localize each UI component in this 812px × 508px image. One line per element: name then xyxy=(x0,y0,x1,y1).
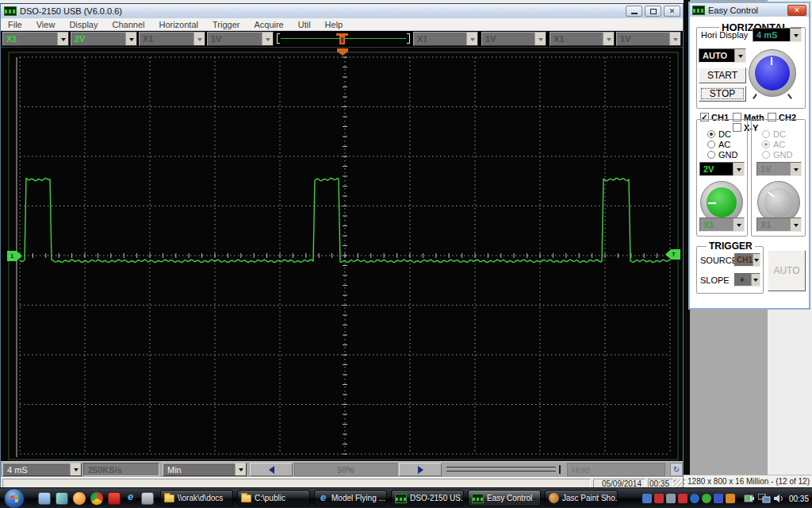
ch1-knob-dial[interactable] xyxy=(707,187,737,217)
menu-item-trigger[interactable]: Trigger xyxy=(205,20,247,29)
menu-item-horizontal[interactable]: Horizontal xyxy=(151,20,205,29)
trigger-source-combo[interactable]: CH1 xyxy=(734,253,760,267)
refresh-icon: ↻ xyxy=(673,465,680,474)
fax-viewer-icon[interactable] xyxy=(141,492,154,505)
taskbar-item-model-flying[interactable]: e Model Flying ... xyxy=(314,490,387,506)
scroll-right-button[interactable] xyxy=(399,463,442,476)
trigger-slope-combo[interactable]: + xyxy=(734,273,760,287)
start-button[interactable]: START xyxy=(699,67,746,83)
tray-icon-8[interactable] xyxy=(726,494,735,503)
chevron-down-icon xyxy=(534,33,546,45)
ch1-volts-combo[interactable]: 2V xyxy=(699,162,745,176)
start-button-orb[interactable] xyxy=(4,488,25,508)
internet-explorer-icon[interactable]: e xyxy=(125,492,136,502)
tray-icon-1[interactable] xyxy=(642,494,652,503)
taskbar-item-label: Easy Control xyxy=(487,494,532,502)
acquisition-mode-combo[interactable]: Min xyxy=(163,463,247,476)
maximize-button[interactable] xyxy=(645,6,661,17)
scroll-left-button[interactable] xyxy=(250,463,293,476)
main-window: DSO-2150 USB (V6.0.0.6) File View Displa… xyxy=(0,3,684,487)
chevron-down-icon[interactable] xyxy=(70,464,81,475)
ch1-gnd-label: GND xyxy=(718,150,737,160)
v2-app-icon[interactable] xyxy=(108,492,121,505)
trigger-position-slider[interactable] xyxy=(276,33,411,45)
app-icon xyxy=(4,6,17,16)
ch2-ac-label: AC xyxy=(773,140,785,149)
chrome-icon[interactable] xyxy=(90,492,103,505)
tray-icon-error[interactable] xyxy=(678,494,688,503)
chevron-down-icon[interactable] xyxy=(790,29,801,41)
slider-thumb[interactable] xyxy=(559,465,561,474)
menu-item-view[interactable]: View xyxy=(29,20,63,29)
menu-item-util[interactable]: Util xyxy=(291,20,318,29)
chevron-down-icon xyxy=(466,33,477,45)
ch1-marker-label: 1 xyxy=(10,252,13,260)
ch1-probe-combo[interactable]: X1 xyxy=(699,217,745,232)
menu-item-channel[interactable]: Channel xyxy=(105,20,151,29)
horizontal-scroll-slider[interactable] xyxy=(446,465,564,474)
ch1-probe-combo[interactable]: X1 xyxy=(2,32,69,46)
taskbar-item-orak-docs[interactable]: \\orak\d\docs xyxy=(160,490,233,506)
taskbar-item-easy-control[interactable]: Easy Control xyxy=(468,490,541,506)
chevron-down-icon[interactable] xyxy=(753,254,760,266)
ch2-ac-radio xyxy=(762,140,770,148)
ch1-ac-label: AC xyxy=(718,140,730,149)
background-status-bar: I: 1280 x 800 x 16 Million - (12 of 12) xyxy=(684,475,812,487)
title-bar[interactable]: DSO-2150 USB (V6.0.0.6) xyxy=(1,4,683,18)
taskbar-item-c-public[interactable]: C:\public xyxy=(237,490,310,506)
ch1-volts-combo[interactable]: 2V xyxy=(71,32,137,46)
ch1-gnd-radio[interactable] xyxy=(707,151,715,159)
horizontal-knob[interactable] xyxy=(749,49,796,97)
chevron-down-icon[interactable] xyxy=(734,49,745,62)
switch-windows-icon[interactable] xyxy=(56,492,68,505)
menu-item-display[interactable]: Display xyxy=(62,20,105,29)
menu-item-file[interactable]: File xyxy=(1,20,29,29)
background-status-text: I: 1280 x 800 x 16 Million - (12 of 12) xyxy=(684,477,810,486)
trigger-position-thumb[interactable] xyxy=(336,33,348,44)
ch1-dc-radio[interactable] xyxy=(707,130,715,138)
chevron-down-icon[interactable] xyxy=(733,218,744,231)
run-mode-combo[interactable]: AUTO xyxy=(699,48,746,63)
tray-icon-check[interactable] xyxy=(702,494,711,503)
scroll-position-label: 50% xyxy=(294,463,397,476)
tray-icon-adobe[interactable] xyxy=(654,494,664,503)
close-button[interactable] xyxy=(787,5,806,16)
chevron-down-icon[interactable] xyxy=(751,274,760,286)
taskbar-clock[interactable]: 00:35 xyxy=(789,488,809,508)
battery-icon[interactable] xyxy=(744,494,755,503)
chevron-down-icon xyxy=(790,163,801,175)
horizontal-knob-dial[interactable] xyxy=(755,56,790,90)
chevron-down-icon[interactable] xyxy=(733,163,744,175)
ch2-probe-combo: X1 xyxy=(139,32,205,46)
window-title: DSO-2150 USB (V6.0.0.6) xyxy=(20,6,122,16)
media-player-icon[interactable] xyxy=(73,492,86,505)
close-button[interactable] xyxy=(664,6,680,17)
chevron-down-icon[interactable] xyxy=(125,33,136,45)
chevron-down-icon xyxy=(193,33,205,45)
stop-button[interactable]: STOP xyxy=(699,86,746,102)
taskbar-item-jasc-paint-shop[interactable]: Jasc Paint Sho... xyxy=(545,490,618,506)
ch2-volts-combo: 1V xyxy=(207,32,274,46)
show-desktop-icon[interactable] xyxy=(38,492,51,505)
minimize-button[interactable] xyxy=(626,6,642,17)
volume-icon[interactable] xyxy=(774,494,784,503)
easy-control-title-bar[interactable]: Easy Control xyxy=(690,3,809,17)
refresh-button[interactable]: ↻ xyxy=(670,463,683,476)
network-icon[interactable] xyxy=(758,494,771,503)
aux-probe-combo-2: X1 xyxy=(550,32,615,46)
hori-display-combo[interactable]: 4 mS xyxy=(753,28,802,42)
ch1-ac-radio[interactable] xyxy=(707,140,715,148)
bluetooth-icon[interactable] xyxy=(690,494,699,503)
knob-pointer xyxy=(768,192,775,198)
chevron-down-icon[interactable] xyxy=(235,464,246,475)
timebase-combo[interactable]: 4 mS xyxy=(2,463,82,476)
ch2-dc-label: DC xyxy=(773,129,786,139)
chevron-down-icon[interactable] xyxy=(57,33,68,45)
menu-item-acquire[interactable]: Acquire xyxy=(247,20,290,29)
taskbar-item-dso-2150[interactable]: DSO-2150 US... xyxy=(391,490,464,506)
tray-icon-7[interactable] xyxy=(714,494,723,503)
ch2-volts-combo: 1V xyxy=(756,162,802,176)
taskbar-item-label: \\orak\d\docs xyxy=(178,494,223,502)
menu-item-help[interactable]: Help xyxy=(318,20,350,29)
tray-icon-3[interactable] xyxy=(666,494,676,503)
